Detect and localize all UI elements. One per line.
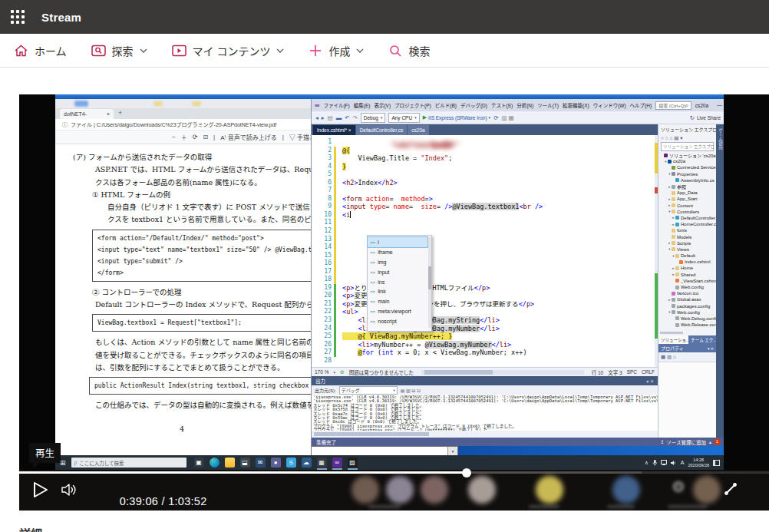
tree-item[interactable]: ▸Global.asax xyxy=(658,296,716,302)
tree-item[interactable]: Web.Debug.config xyxy=(658,316,716,322)
properties-icon xyxy=(672,172,675,176)
tree-item-label: Connected Services xyxy=(677,165,716,170)
intellisense-item[interactable]: <>input xyxy=(368,267,427,277)
tree-item[interactable]: ▾Default xyxy=(658,253,716,259)
tree-item[interactable]: Connected Services xyxy=(658,164,716,170)
tray-chevron-icon: ∧ xyxy=(645,460,649,466)
office-icon: ▦ xyxy=(317,458,327,468)
tree-item-label: ソリューション 'cs20a' (1/ xyxy=(669,152,716,158)
vs-doc-tab[interactable]: cs20a xyxy=(408,125,428,135)
photos-icon: ▨ xyxy=(348,458,358,468)
eol-mode: CRLF xyxy=(642,369,655,375)
code-text: <ul> xyxy=(336,308,358,316)
tree-item[interactable]: Models xyxy=(658,233,716,240)
vs-menu-item: ウィンドウ(W) xyxy=(593,101,626,109)
tree-item[interactable]: packages.config xyxy=(658,303,716,309)
tree-item[interactable]: _ViewStart.cshtml xyxy=(658,278,716,284)
vs-menu-item: 拡張機能(X) xyxy=(563,101,589,109)
output-toolbar-icons: ▤ ▥ ⊟ ⊡ xyxy=(401,388,421,393)
vs-status-bar: 準備完了 ↥ ソース管理に追加 ▲ 1 xyxy=(312,438,724,446)
tree-item[interactable]: Web.Release.config xyxy=(658,322,716,328)
code-line: 19<p>とりあえず作ったビューのHTMLファイル</p> xyxy=(312,284,658,292)
element-icon: <> xyxy=(370,240,375,245)
tree-item[interactable]: favicon.ico xyxy=(658,290,716,296)
nav-item-mycontent[interactable]: マイ コンテンツ xyxy=(172,43,285,58)
intellisense-item[interactable]: <>ins xyxy=(368,277,427,287)
code-text: <h2>Index</h2> xyxy=(336,179,398,187)
refresh-icon: ⟳ xyxy=(493,114,498,121)
tree-item[interactable]: ▾Web.config xyxy=(658,309,716,316)
intellisense-item[interactable]: <>i xyxy=(368,237,427,247)
tree-item[interactable]: ▸DefaultController.cs xyxy=(658,215,716,221)
intellisense-item[interactable]: <>iframe xyxy=(368,247,427,257)
output-hscrollbar xyxy=(312,431,658,438)
folder-icon xyxy=(672,203,675,207)
pdf-text-line: ② コントローラーでの処理 xyxy=(55,286,316,299)
video-frame: dotNET4- × + ⓘ ファイル | C:/Users/daigo/Dow… xyxy=(55,94,724,470)
intellisense-item[interactable]: <>noscript xyxy=(368,316,427,326)
tree-item[interactable]: fonts xyxy=(658,227,716,233)
vs-window-title: cs20a xyxy=(695,103,708,108)
intellisense-label: i xyxy=(378,240,379,245)
code-text xyxy=(336,268,342,276)
tree-item[interactable]: ▸Scripts xyxy=(658,240,716,246)
tree-item[interactable]: ▾Properties xyxy=(658,171,716,177)
progress-bar[interactable] xyxy=(19,471,769,474)
intellisense-item[interactable]: <>main xyxy=(368,296,427,306)
chevron-down-icon xyxy=(356,48,364,53)
tree-item[interactable]: ▾Views xyxy=(658,246,716,253)
live-share-icon: ↻ xyxy=(690,114,695,121)
output-source-dropdown: デバッグ▾ xyxy=(339,386,398,395)
play-button[interactable] xyxy=(30,480,50,503)
vs-ready-status: 準備完了 xyxy=(316,438,336,446)
code-text xyxy=(336,259,342,268)
line-number: 20 xyxy=(312,292,334,300)
tree-item-label: Default xyxy=(681,253,695,258)
tree-item[interactable]: AssemblyInfo.cs xyxy=(658,177,716,183)
intellisense-popup: <>i<>iframe<>img<>input<>ins<>link<>main… xyxy=(367,235,432,332)
progress-thumb[interactable] xyxy=(462,468,471,477)
nav-item-search[interactable]: 検索 xyxy=(388,43,430,58)
tree-item[interactable]: Index.cshtml xyxy=(658,259,716,265)
tree-item[interactable]: Web.config xyxy=(658,284,716,290)
tree-item[interactable]: ▸参照 xyxy=(658,183,716,190)
tree-item[interactable]: ▾cs20a xyxy=(658,158,716,164)
explorer-panel-tabs: ソリューショ...チーム エク... xyxy=(658,335,716,344)
tree-item[interactable]: ソリューション 'cs20a' (1/ xyxy=(658,152,716,158)
tree-item[interactable]: ▸App_Start xyxy=(658,196,716,202)
tree-item[interactable]: App_Data xyxy=(658,190,716,196)
tree-item-label: _ViewStart.cshtml xyxy=(681,279,716,283)
properties-panel-header: プロパティ ▾ ✕ xyxy=(658,344,716,352)
nav-item-plus[interactable]: 作成 xyxy=(309,43,364,58)
vs-doc-tab[interactable]: DefaultController.cs xyxy=(356,125,408,135)
config-icon xyxy=(672,310,675,314)
intellisense-item[interactable]: <>img xyxy=(368,257,427,267)
solution-tree: ソリューション 'cs20a' (1/▾cs20aConnected Servi… xyxy=(658,152,716,330)
code-line: 6<h2>Index</h2> xyxy=(312,179,658,187)
nav-item-explore[interactable]: 探索 xyxy=(91,43,147,58)
vs-doc-tab[interactable]: Index.cshtml* × xyxy=(313,125,355,135)
nav-item-home[interactable]: ホーム xyxy=(14,43,67,58)
fullscreen-button[interactable] xyxy=(722,481,739,501)
tree-item[interactable]: ▸Home xyxy=(658,265,716,271)
tree-item[interactable]: ▾Controllers xyxy=(658,209,716,215)
tree-item-label: Web.Release.config xyxy=(681,322,716,327)
video-player[interactable]: dotNET4- × + ⓘ ファイル | C:/Users/daigo/Dow… xyxy=(19,94,769,511)
output-header-icons: ▾ ✕ xyxy=(646,378,654,384)
explorer-bottom-tab[interactable]: チーム エク... xyxy=(688,335,716,344)
waffle-menu-icon[interactable] xyxy=(11,10,25,24)
code-text xyxy=(336,236,342,244)
explorer-bottom-tab[interactable]: ソリューショ... xyxy=(658,335,688,344)
intellisense-item[interactable]: <>meta:viewport xyxy=(368,306,427,316)
tree-item[interactable]: ▸Shared xyxy=(658,272,716,278)
code-line: 11 xyxy=(312,219,658,227)
pdf-browser-window: dotNET4- × + ⓘ ファイル | C:/Users/daigo/Dow… xyxy=(55,99,316,455)
vs-menu-item: 表示(V) xyxy=(374,101,391,109)
code-line: 1 xyxy=(312,138,658,147)
intellisense-item[interactable]: <>link xyxy=(368,286,427,296)
tree-item[interactable]: ▸HomeController.cs xyxy=(658,221,716,227)
volume-button[interactable] xyxy=(61,482,79,501)
visual-studio-icon: ∞ xyxy=(332,458,342,468)
tree-item[interactable]: ▸Content xyxy=(658,203,716,209)
output-console-text: 'iisexpress.exe' (CLR v4.0.30319: /LM/W3… xyxy=(312,395,658,431)
